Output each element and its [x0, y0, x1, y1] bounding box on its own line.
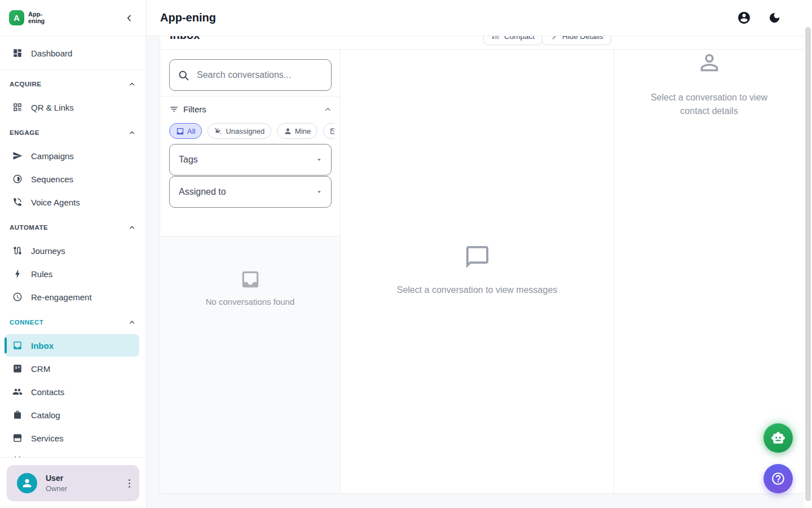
chevron-up-icon[interactable] [324, 105, 332, 113]
sidebar-item-inbox[interactable]: Inbox [5, 334, 139, 357]
phone-in-talk-icon [12, 197, 23, 207]
sidebar-item-voice-agents[interactable]: Voice Agents [5, 191, 139, 213]
chip-unread[interactable]: Unread [323, 123, 334, 139]
section-label: ACQUIRE [10, 81, 42, 87]
bolt-icon [12, 269, 23, 279]
section-label: AUTOMATE [10, 224, 48, 231]
chevron-left-icon [124, 13, 134, 23]
logo-line1: App- [28, 11, 45, 18]
filters-label: Filters [183, 104, 206, 114]
user-menu-button[interactable] [125, 476, 134, 491]
sidebar-item-crm[interactable]: CRM [5, 357, 139, 380]
filter-chips: All Unassigned Mine Unread [169, 123, 334, 139]
storefront-icon [12, 433, 23, 443]
sidebar-section-engage[interactable]: ENGAGE [5, 125, 139, 140]
filter-list-icon [169, 104, 179, 114]
sequence-icon [12, 174, 23, 184]
logo-line2: ening [28, 18, 45, 25]
inbox-icon [176, 127, 184, 135]
assigned-to-select[interactable]: Assigned to [169, 176, 332, 208]
person-icon [21, 477, 33, 489]
app-logo-icon: A [9, 10, 24, 25]
filters-toggle[interactable]: Filters [169, 102, 332, 116]
chevron-up-icon [128, 80, 136, 88]
sidebar-item-label: Sequences [31, 174, 73, 184]
sidebar-section-connect[interactable]: CONNECT [5, 315, 139, 330]
page-scrollbar[interactable] [804, 0, 812, 508]
user-meta: User Owner [46, 474, 67, 493]
sidebar-section-automate[interactable]: AUTOMATE [5, 220, 139, 235]
sidebar-user-section: User Owner [0, 457, 146, 508]
sidebar-item-label: Re-engagement [31, 292, 92, 302]
help-fab-button[interactable] [764, 464, 793, 493]
inbox-icon [12, 340, 23, 351]
tags-select[interactable]: Tags [169, 144, 332, 176]
sidebar-item-campaigns[interactable]: Campaigns [5, 144, 139, 167]
sidebar-item-label: Catalog [31, 410, 60, 420]
moon-icon [768, 11, 781, 24]
sidebar-item-label: Journeys [31, 246, 65, 256]
sidebar-item-label: QR & Links [31, 103, 74, 112]
account-button[interactable] [736, 11, 751, 25]
sidebar-item-services[interactable]: Services [5, 427, 139, 449]
search-icon [178, 69, 189, 81]
assistant-fab-button[interactable] [764, 423, 793, 453]
chip-all[interactable]: All [169, 123, 202, 139]
sidebar-logo-row: A App- ening [0, 0, 146, 36]
chevron-up-icon [128, 224, 136, 231]
route-icon [12, 246, 23, 256]
sidebar-item-label: Inbox [31, 341, 54, 351]
app-logo-text: App- ening [28, 11, 45, 24]
sidebar-item-rules[interactable]: Rules [5, 262, 139, 285]
messages-panel: Select a conversation to view messages [341, 50, 614, 493]
dashboard-icon [12, 48, 23, 58]
sidebar-item-label: Voice Agents [31, 198, 80, 207]
app-title: App-ening [160, 11, 216, 24]
sidebar-divider [0, 69, 146, 70]
chip-unassigned[interactable]: Unassigned [208, 123, 271, 139]
sidebar-item-sequences[interactable]: Sequences [5, 168, 139, 190]
inbox-empty-icon [240, 269, 261, 290]
sidebar-item-label: Services [31, 433, 64, 443]
sidebar-item-label: Rules [31, 269, 52, 279]
person-icon [284, 127, 292, 135]
select-conversation-messages-text: Select a conversation to view messages [397, 285, 558, 295]
header-actions [736, 11, 798, 25]
sidebar-item-label: Dashboard [31, 49, 72, 58]
sidebar-item-journeys[interactable]: Journeys [5, 239, 139, 262]
inbox-module: Inbox Compact Hide Details Filte [160, 23, 804, 494]
chevron-up-icon [128, 318, 136, 326]
chip-label: Mine [295, 127, 311, 135]
people-icon [12, 387, 23, 397]
sidebar-nav: Dashboard ACQUIRE QR & Links ENGAGE Camp… [0, 36, 146, 457]
sidebar: A App- ening Dashboard ACQUIRE QR & Link… [0, 0, 147, 508]
assigned-select-label: Assigned to [179, 187, 226, 197]
account-circle-icon [737, 11, 751, 25]
sidebar-item-catalog[interactable]: Catalog [5, 404, 139, 426]
chip-label: Unassigned [226, 127, 264, 135]
section-label: CONNECT [10, 319, 43, 326]
sidebar-item-label: Campaigns [31, 151, 74, 161]
search-input[interactable] [197, 70, 323, 80]
sidebar-collapse-button[interactable] [121, 10, 137, 26]
chip-mine[interactable]: Mine [277, 123, 317, 139]
user-avatar [17, 473, 37, 493]
user-card[interactable]: User Owner [7, 465, 139, 501]
sidebar-item-label: CRM [31, 364, 50, 374]
sidebar-section-acquire[interactable]: ACQUIRE [5, 77, 139, 91]
user-role: Owner [46, 484, 67, 493]
dropdown-caret-icon [315, 156, 323, 164]
conversation-list: No conversations found [160, 237, 340, 493]
sidebar-item-appointments[interactable]: Appointments [5, 450, 139, 457]
sidebar-item-contacts[interactable]: Contacts [5, 380, 139, 403]
dropdown-caret-icon [315, 188, 323, 196]
scrollbar-thumb[interactable] [805, 27, 811, 501]
person-off-icon [214, 127, 223, 135]
divider [160, 96, 340, 97]
sidebar-item-dashboard[interactable]: Dashboard [5, 42, 139, 64]
sidebar-item-qr-links[interactable]: QR & Links [5, 96, 139, 119]
sidebar-item-re-engagement[interactable]: Re-engagement [5, 286, 139, 308]
send-icon [12, 151, 23, 161]
dark-mode-toggle[interactable] [767, 11, 782, 25]
top-header: App-ening [147, 0, 812, 36]
